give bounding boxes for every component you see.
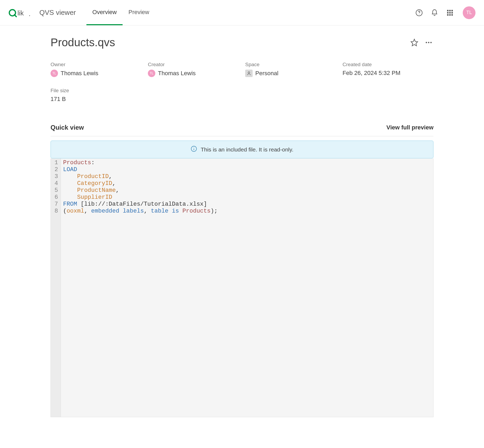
quickview-title: Quick view (51, 124, 386, 131)
app-launcher-icon[interactable] (445, 8, 455, 18)
svg-point-16 (426, 42, 427, 43)
svg-line-1 (14, 15, 16, 16)
svg-rect-11 (451, 12, 453, 13)
svg-rect-13 (449, 14, 450, 15)
qlik-logo[interactable]: lik (9, 7, 32, 18)
info-icon (191, 146, 197, 153)
page-title: Products.qvs (51, 36, 410, 49)
meta-owner: Owner TL Thomas Lewis (51, 62, 141, 77)
favorite-icon[interactable] (410, 38, 419, 47)
svg-text:lik: lik (18, 9, 24, 16)
meta-created-value: Feb 26, 2024 5:32 PM (343, 70, 433, 77)
svg-rect-12 (447, 14, 448, 15)
svg-rect-6 (447, 10, 448, 11)
svg-marker-15 (411, 39, 418, 46)
owner-avatar-icon: TL (51, 70, 58, 77)
meta-space-value: Personal (255, 70, 278, 77)
content-scroll[interactable]: Products.qvs Owner TL Tho (0, 26, 484, 448)
tab-preview[interactable]: Preview (123, 0, 155, 25)
personal-space-icon (245, 70, 253, 77)
readonly-banner-text: This is an included file. It is read-onl… (201, 146, 294, 153)
svg-rect-8 (451, 10, 453, 11)
code-gutter: 12345678 (51, 158, 61, 417)
topbar: lik QVS viewer Overview Preview (0, 0, 484, 26)
svg-point-3 (29, 15, 30, 16)
meta-creator-value: Thomas Lewis (158, 70, 196, 77)
user-avatar[interactable]: TL (463, 6, 475, 19)
code-editor: 12345678 Products:LOAD ProductID, Catego… (51, 158, 433, 417)
meta-creator-label: Creator (148, 62, 239, 67)
svg-rect-9 (447, 12, 448, 13)
content: Products.qvs Owner TL Tho (51, 26, 433, 428)
quickview-header: Quick view View full preview (51, 124, 433, 136)
tab-overview[interactable]: Overview (86, 0, 123, 25)
meta-owner-value: Thomas Lewis (61, 70, 98, 77)
meta-filesize-value: 171 B (51, 96, 141, 103)
meta-creator: Creator TL Thomas Lewis (148, 62, 239, 77)
more-actions-icon[interactable] (424, 38, 433, 47)
notifications-icon[interactable] (430, 8, 439, 18)
svg-rect-14 (451, 14, 453, 15)
svg-point-17 (428, 42, 429, 43)
help-icon[interactable] (414, 8, 424, 18)
view-full-preview-button[interactable]: View full preview (386, 124, 433, 131)
meta-space: Space Personal (245, 62, 336, 77)
meta-created: Created date Feb 26, 2024 5:32 PM (343, 62, 433, 77)
meta-owner-label: Owner (51, 62, 141, 67)
svg-point-19 (248, 72, 250, 73)
svg-point-18 (430, 42, 432, 43)
metadata-grid: Owner TL Thomas Lewis Creator TL Thomas … (51, 62, 433, 103)
readonly-banner: This is an included file. It is read-onl… (51, 141, 433, 158)
tabs: Overview Preview (86, 0, 155, 25)
svg-rect-10 (449, 12, 450, 13)
meta-space-label: Space (245, 62, 336, 67)
creator-avatar-icon: TL (148, 70, 155, 77)
meta-filesize-label: File size (51, 88, 141, 94)
code-content: Products:LOAD ProductID, CategoryID, Pro… (61, 158, 220, 417)
svg-point-5 (419, 14, 419, 14)
meta-filesize: File size 171 B (51, 88, 141, 103)
title-row: Products.qvs (51, 36, 433, 49)
topbar-actions: TL (414, 6, 475, 19)
svg-point-22 (194, 147, 194, 148)
svg-rect-7 (449, 10, 450, 11)
app-title: QVS viewer (39, 9, 76, 17)
meta-created-label: Created date (343, 62, 433, 67)
